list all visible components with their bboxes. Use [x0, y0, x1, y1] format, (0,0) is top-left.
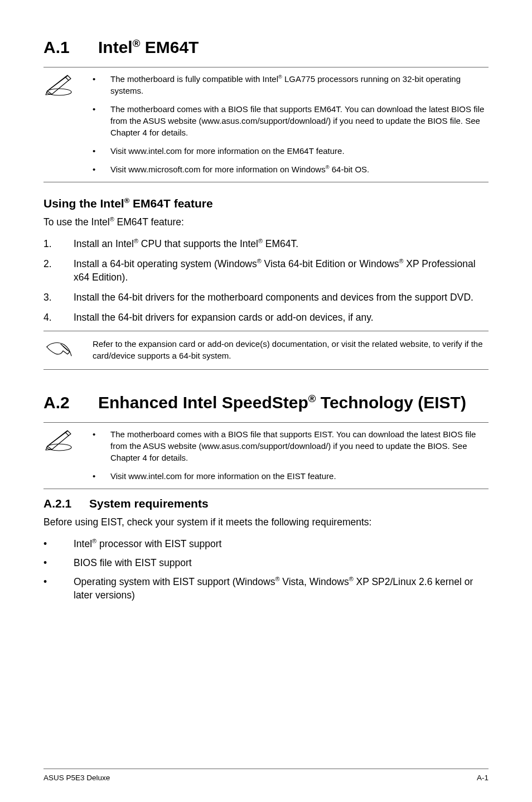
list-item: • Intel® processor with EIST support [43, 537, 489, 550]
note-text: Visit www.microsoft.com for more informa… [110, 163, 489, 175]
note-block-a2: • The motherboard comes with a BIOS file… [43, 422, 489, 489]
heading-a1: A.1Intel® EM64T [43, 38, 489, 57]
heading-a2: A.2Enhanced Intel SpeedStep® Technology … [43, 393, 489, 412]
step-text: Install the 64-bit drivers for the mothe… [74, 291, 489, 304]
bullet-dot: • [43, 537, 55, 550]
step-item: 3. Install the 64-bit drivers for the mo… [43, 291, 489, 304]
bullet-dot: • [93, 103, 97, 138]
page-footer: ASUS P5E3 Deluxe A-1 [43, 769, 489, 782]
bullet-dot: • [43, 556, 55, 569]
bullet-dot: • [43, 575, 55, 602]
note-text: The motherboard comes with a BIOS file t… [110, 103, 489, 138]
subheading-a21: A.2.1System requirements [43, 497, 489, 510]
note-list-a2: • The motherboard comes with a BIOS file… [93, 428, 489, 482]
intro-text: To use the Intel® EM64T feature: [43, 216, 489, 229]
bullet-dot: • [93, 163, 97, 175]
step-item: 1. Install an Intel® CPU that supports t… [43, 237, 489, 250]
tip-text: Refer to the expansion card or add-on de… [93, 338, 489, 361]
pencil-note-icon [43, 428, 75, 452]
tip-block: Refer to the expansion card or add-on de… [43, 331, 489, 370]
requirements-list: • Intel® processor with EIST support • B… [43, 537, 489, 602]
bullet-dot: • [93, 73, 97, 96]
footer-left: ASUS P5E3 Deluxe [43, 774, 110, 782]
step-text: Install a 64-bit operating system (Windo… [74, 257, 489, 284]
heading-a1-number: A.1 [43, 38, 98, 57]
note-item: • Visit www.intel.com for more informati… [93, 145, 489, 157]
svg-line-1 [50, 76, 67, 89]
subheading-using-intel-em64t: Using the Intel® EM64T feature [43, 197, 489, 210]
note-text: Visit www.intel.com for more information… [110, 145, 489, 157]
note-text: Visit www.intel.com for more information… [110, 470, 489, 482]
subheading-a21-number: A.2.1 [43, 497, 89, 510]
bullet-dot: • [93, 470, 97, 482]
heading-a2-number: A.2 [43, 393, 98, 412]
step-number: 3. [43, 291, 55, 304]
note-list-a1: • The motherboard is fully compatible wi… [93, 73, 489, 175]
list-text: Operating system with EIST support (Wind… [74, 575, 489, 602]
note-text: The motherboard comes with a BIOS file t… [110, 428, 489, 463]
step-number: 1. [43, 237, 55, 250]
list-text: BIOS file with EIST support [74, 556, 489, 569]
svg-line-4 [50, 431, 67, 445]
step-text: Install an Intel® CPU that supports the … [74, 237, 489, 250]
list-text: Intel® processor with EIST support [74, 537, 489, 550]
bullet-dot: • [93, 428, 97, 463]
step-text: Install the 64-bit drivers for expansion… [74, 311, 489, 324]
step-number: 2. [43, 257, 55, 284]
steps-list: 1. Install an Intel® CPU that supports t… [43, 237, 489, 325]
bullet-dot: • [93, 145, 97, 157]
step-item: 2. Install a 64-bit operating system (Wi… [43, 257, 489, 284]
heading-a2-title: Enhanced Intel SpeedStep® Technology (EI… [98, 393, 466, 412]
list-item: • BIOS file with EIST support [43, 556, 489, 569]
footer-right: A-1 [477, 774, 489, 782]
step-number: 4. [43, 311, 55, 324]
step-item: 4. Install the 64-bit drivers for expans… [43, 311, 489, 324]
note-text: The motherboard is fully compatible with… [110, 73, 489, 96]
list-item: • Operating system with EIST support (Wi… [43, 575, 489, 602]
note-item: • Visit www.microsoft.com for more infor… [93, 163, 489, 175]
subheading-a21-title: System requirements [89, 497, 209, 510]
note-item: • The motherboard is fully compatible wi… [93, 73, 489, 96]
sub-intro-text: Before using EIST, check your system if … [43, 516, 489, 529]
note-block-a1: • The motherboard is fully compatible wi… [43, 67, 489, 182]
note-item: • Visit www.intel.com for more informati… [93, 470, 489, 482]
hand-pointer-icon [43, 338, 75, 361]
heading-a1-title: Intel® EM64T [98, 38, 199, 56]
pencil-note-icon [43, 73, 75, 96]
note-item: • The motherboard comes with a BIOS file… [93, 103, 489, 138]
note-item: • The motherboard comes with a BIOS file… [93, 428, 489, 463]
